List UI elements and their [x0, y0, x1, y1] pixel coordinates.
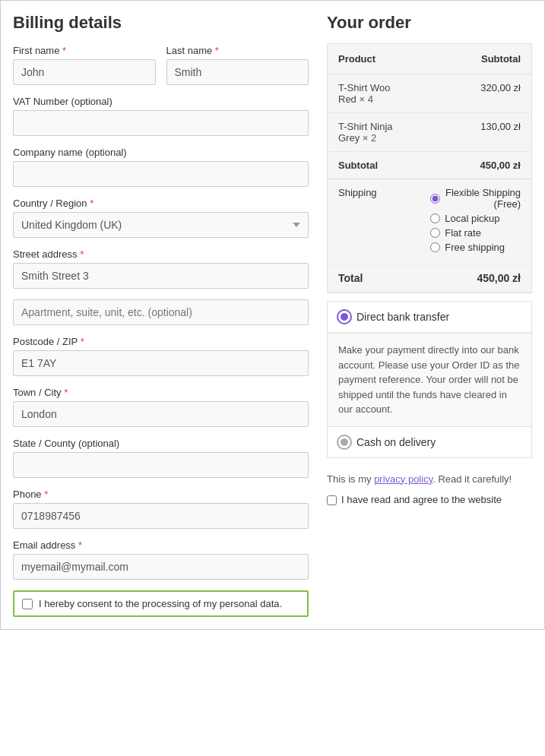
street-label: Street address *: [13, 248, 309, 260]
city-input[interactable]: [13, 401, 309, 427]
consent-checkbox[interactable]: [22, 599, 33, 609]
subtotal-label: Subtotal: [328, 152, 420, 179]
policy-text-after: . Read it carefully!: [433, 473, 512, 485]
product-subtotal: 320,00 zł: [420, 74, 531, 113]
payment-radio: [338, 436, 350, 448]
consent-container: I hereby consent to the processing of my…: [13, 590, 309, 617]
required-marker: *: [78, 539, 82, 551]
shipping-options: Flexible Shipping (Free) Local pickup Fl…: [430, 187, 521, 253]
total-row: Total 450,00 zł: [328, 264, 531, 293]
shipping-label: Shipping: [328, 179, 420, 264]
city-label: Town / City *: [13, 387, 309, 398]
first-name-input[interactable]: [13, 59, 156, 85]
shipping-radio[interactable]: [430, 228, 440, 238]
payment-section: Direct bank transferMake your payment di…: [327, 301, 532, 458]
shipping-row: Shipping Flexible Shipping (Free) Local …: [328, 179, 531, 264]
company-label: Company name (optional): [13, 147, 309, 158]
required-marker: *: [81, 336, 84, 347]
policy-section: This is my privacy policy. Read it caref…: [327, 464, 532, 488]
payment-label: Direct bank transfer: [356, 311, 449, 323]
required-marker: *: [90, 198, 93, 209]
product-subtotal: 130,00 zł: [420, 113, 531, 152]
required-marker: *: [80, 248, 84, 260]
order-title: Your order: [327, 13, 532, 43]
street-input[interactable]: [13, 263, 309, 289]
privacy-policy-link[interactable]: privacy policy: [374, 473, 433, 485]
required-marker: *: [215, 45, 219, 56]
col-product: Product: [328, 44, 420, 74]
phone-input[interactable]: [13, 503, 309, 529]
postcode-input[interactable]: [13, 350, 309, 376]
required-marker: *: [44, 489, 48, 500]
product-name: T-Shirt Ninja Grey × 2: [328, 113, 420, 152]
state-label: State / County (optional): [13, 438, 309, 449]
shipping-option-label: Flat rate: [445, 227, 481, 239]
email-input[interactable]: [13, 554, 309, 580]
shipping-option-label: Flexible Shipping (Free): [445, 187, 521, 210]
country-label: Country / Region *: [13, 198, 309, 209]
shipping-option[interactable]: Flexible Shipping (Free): [430, 187, 521, 210]
payment-description: Make your payment directly into our bank…: [328, 333, 531, 427]
subtotal-row: Subtotal 450,00 zł: [328, 152, 531, 179]
payment-option-cash_on_delivery[interactable]: Cash on delivery: [328, 427, 531, 457]
last-name-input[interactable]: [166, 59, 309, 85]
product-name: T-Shirt Woo Red × 4: [328, 74, 420, 113]
payment-option-bank_transfer[interactable]: Direct bank transferMake your payment di…: [328, 302, 531, 427]
policy-text-before: This is my: [327, 473, 374, 485]
agree-container: I have read and agree to the website: [327, 494, 532, 508]
postcode-label: Postcode / ZIP *: [13, 336, 309, 347]
apartment-input[interactable]: [13, 299, 309, 325]
subtotal-value: 450,00 zł: [420, 152, 531, 179]
required-marker: *: [64, 387, 68, 398]
shipping-option[interactable]: Flat rate: [430, 227, 521, 239]
consent-label: I hereby consent to the processing of my…: [39, 598, 282, 609]
order-table: Product Subtotal T-Shirt Woo Red × 4 320…: [328, 44, 531, 293]
payment-label: Cash on delivery: [356, 436, 436, 448]
vat-label: VAT Number (optional): [13, 96, 309, 107]
phone-label: Phone *: [13, 489, 309, 500]
table-row: T-Shirt Ninja Grey × 2 130,00 zł: [328, 113, 531, 152]
required-marker: *: [62, 45, 66, 56]
shipping-radio[interactable]: [430, 214, 440, 223]
company-input[interactable]: [13, 161, 309, 187]
agree-checkbox[interactable]: [327, 495, 337, 505]
col-subtotal: Subtotal: [420, 44, 531, 74]
country-select[interactable]: United Kingdom (UK): [13, 212, 309, 238]
shipping-radio[interactable]: [430, 242, 440, 252]
vat-input[interactable]: [13, 110, 309, 136]
agree-label: I have read and agree to the website: [341, 494, 502, 505]
last-name-label: Last name *: [166, 45, 309, 56]
payment-radio: [338, 311, 350, 323]
total-value: 450,00 zł: [420, 264, 531, 293]
shipping-option-label: Free shipping: [445, 242, 505, 253]
state-input[interactable]: [13, 452, 309, 478]
first-name-label: First name *: [13, 45, 156, 56]
table-row: T-Shirt Woo Red × 4 320,00 zł: [328, 74, 531, 113]
payment-option-row[interactable]: Direct bank transfer: [328, 302, 531, 333]
payment-option-row[interactable]: Cash on delivery: [328, 427, 531, 457]
total-label: Total: [328, 264, 420, 293]
billing-title: Billing details: [13, 13, 309, 33]
shipping-option[interactable]: Local pickup: [430, 213, 521, 224]
shipping-option[interactable]: Free shipping: [430, 242, 521, 253]
email-label: Email address *: [13, 539, 309, 551]
shipping-option-label: Local pickup: [445, 213, 499, 224]
shipping-radio[interactable]: [430, 194, 440, 204]
